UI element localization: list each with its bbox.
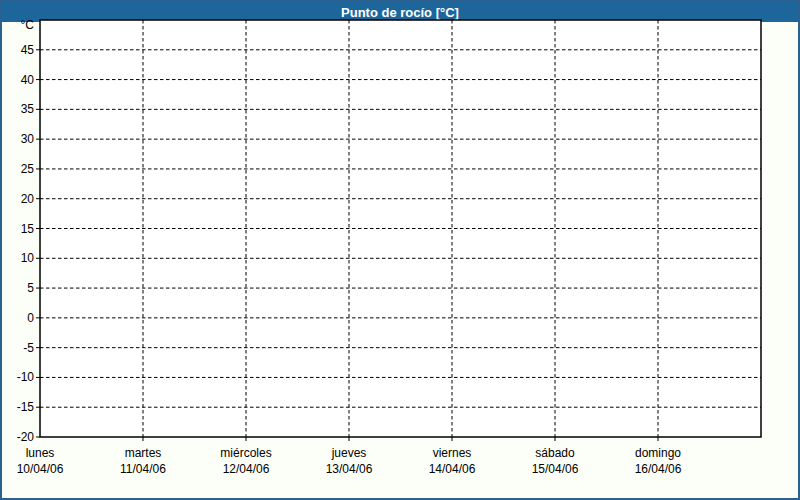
- y-tick-label: 40: [21, 73, 35, 87]
- x-day-label: miércoles: [220, 446, 271, 460]
- y-tick-label: 0: [27, 311, 34, 325]
- chart-window: Punto de rocío [°C] 454035302520151050-5…: [0, 0, 800, 500]
- x-date-label: 15/04/06: [532, 462, 579, 476]
- x-date-label: 10/04/06: [17, 462, 64, 476]
- x-date-label: 11/04/06: [120, 462, 166, 476]
- x-day-label: sábado: [535, 446, 575, 460]
- x-date-label: 12/04/06: [223, 462, 270, 476]
- y-tick-label: -5: [23, 341, 34, 355]
- y-tick-label: 45: [21, 43, 35, 57]
- x-day-label: lunes: [26, 446, 55, 460]
- x-day-label: jueves: [331, 446, 367, 460]
- x-date-label: 13/04/06: [326, 462, 373, 476]
- x-day-label: martes: [125, 446, 162, 460]
- y-axis-unit-label: °C: [21, 18, 35, 32]
- x-day-label: domingo: [635, 446, 681, 460]
- x-date-label: 16/04/06: [635, 462, 682, 476]
- x-date-label: 14/04/06: [429, 462, 476, 476]
- y-tick-label: 30: [21, 132, 35, 146]
- y-tick-label: -10: [17, 370, 35, 384]
- y-tick-label: 35: [21, 102, 35, 116]
- y-tick-label: 15: [21, 222, 35, 236]
- y-tick-label: -15: [17, 400, 35, 414]
- y-tick-label: 20: [21, 192, 35, 206]
- y-tick-label: 5: [27, 281, 34, 295]
- y-tick-label: 10: [21, 251, 35, 265]
- x-day-label: viernes: [433, 446, 472, 460]
- y-tick-label: 25: [21, 162, 35, 176]
- y-tick-label: -20: [17, 430, 35, 444]
- dew-point-chart: 454035302520151050-5-10-15-20°Clunes10/0…: [2, 2, 798, 498]
